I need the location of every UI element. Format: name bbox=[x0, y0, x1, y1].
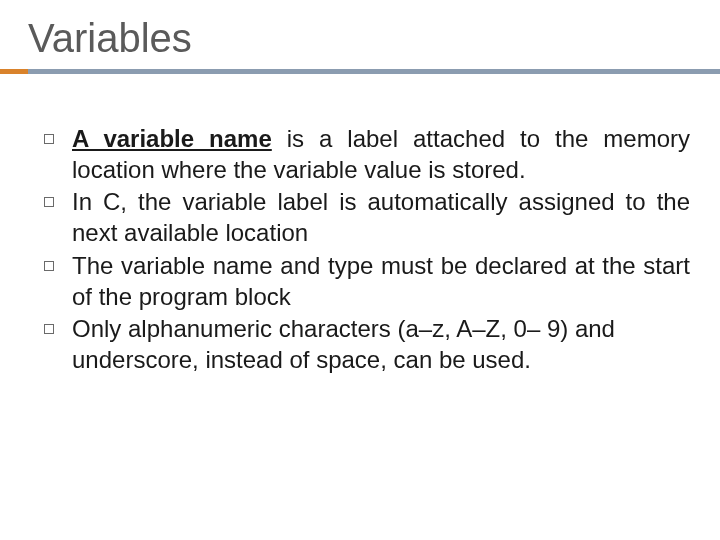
emphasized-term: A variable name bbox=[72, 125, 272, 152]
bullet-text: A variable name is a label attached to t… bbox=[72, 124, 690, 185]
bullet-text: Only alphanumeric characters (a–z, A–Z, … bbox=[72, 314, 690, 375]
bullet-icon bbox=[44, 324, 54, 334]
bullet-text: In C, the variable label is automaticall… bbox=[72, 187, 690, 248]
bullet-icon bbox=[44, 134, 54, 144]
list-item: Only alphanumeric characters (a–z, A–Z, … bbox=[44, 314, 690, 375]
slide-content: A variable name is a label attached to t… bbox=[0, 74, 720, 376]
bullet-icon bbox=[44, 197, 54, 207]
slide-title: Variables bbox=[0, 0, 720, 69]
bullet-text: The variable name and type must be decla… bbox=[72, 251, 690, 312]
list-item: A variable name is a label attached to t… bbox=[44, 124, 690, 185]
list-item: The variable name and type must be decla… bbox=[44, 251, 690, 312]
bullet-icon bbox=[44, 261, 54, 271]
list-item: In C, the variable label is automaticall… bbox=[44, 187, 690, 248]
accent-divider bbox=[0, 69, 720, 74]
